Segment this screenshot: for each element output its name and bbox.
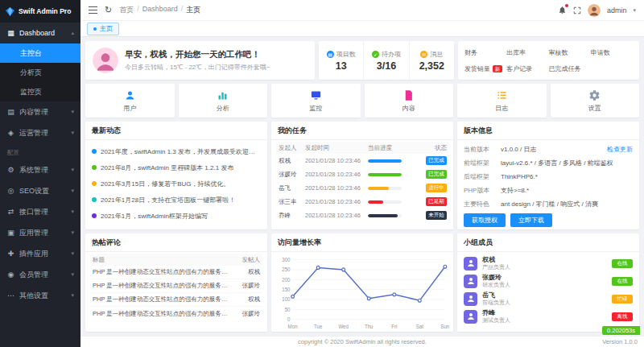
sidebar-item-label: SEO设置 [19,186,49,196]
download-button[interactable]: 立即下载 [510,213,552,227]
comment-row[interactable]: PHP 是一种创建动态交互性站点的强有力的服务器端脚本语言 张媛玲 [90,279,262,293]
quick-link[interactable]: 客户记录 [506,64,548,73]
team-member[interactable]: 乔峰测试负责人 离线 [464,308,633,325]
shortcut-users[interactable]: 用户 [85,84,175,118]
sidebar-item-label: 应用管理 [19,228,48,238]
sidebar: Swift Admin Pro ▦ Dashboard ▴ 主控台 分析页 监控… [0,0,80,347]
comment-title: PHP 是一种创建动态交互性站点的强有力的服务器端脚本语言 [90,310,235,318]
stat-projects: ▤项目数 13 [319,41,364,80]
chevron-down-icon: ▾ [71,109,74,115]
breadcrumb-section[interactable]: Dashboard [142,5,178,15]
breadcrumb-home[interactable]: 首页 [119,5,134,15]
shortcut-logs[interactable]: 日志 [457,84,547,118]
welcome-title: 早安，权栈，开始您一天的工作吧！ [125,49,270,60]
svg-text:50: 50 [285,307,291,312]
version-label: 主要特色 [464,200,501,209]
stat-value: 3/16 [377,60,396,72]
status-badge: 已完成 [426,156,447,165]
main-area: ↻ 首页 / Dashboard / 主页 admin [80,0,644,347]
sidebar-item-console[interactable]: 主控台 [0,43,80,63]
chevron-down-icon: ▾ [71,250,74,257]
team-member[interactable]: 张媛玲研发负责人 在线 [464,272,633,290]
visits-chart-card: 访问量增长率 050100150200250300MonTueWedThuFri… [271,233,453,332]
dashboard-icon: ▦ [6,29,15,37]
render-time-badge: 0.202053s [602,326,640,335]
ellipsis-icon: ⋯ [6,291,15,299]
app-logo[interactable]: Swift Admin Pro [0,0,80,23]
fullscreen-icon[interactable] [573,6,581,14]
quick-link[interactable]: 已完成任务 [549,64,591,73]
sidebar-item-api-mgmt[interactable]: ⇄ 接口管理 ▾ [0,201,80,222]
shortcut-label: 设置 [588,104,601,113]
task-progress-bar [368,187,402,190]
status-badge: 进行中 [426,184,447,192]
comment-author: 张媛玲 [235,310,262,318]
sidebar-item-other-settings[interactable]: ⋯ 其他设置 ▾ [0,285,80,306]
quick-link[interactable]: 申请数 [591,48,633,57]
comment-row[interactable]: PHP 是一种创建动态交互性站点的强有力的服务器端脚本语言 张媛玲 [90,307,262,320]
member-icon: ◉ [6,271,15,279]
member-avatar [464,257,477,271]
team-member[interactable]: 权栈产品负责人 在线 [464,254,633,272]
sidebar-item-seo-settings[interactable]: ◎ SEO设置 ▾ [0,180,80,201]
gear-icon: ⚙ [6,166,15,174]
task-row[interactable]: 岳飞 2021/01/28 10:23:46 进行中 [276,181,448,195]
card-title: 热帖评论 [85,233,267,252]
news-item[interactable]: 2021年8月，swiftAdmin 里程碑版本 1.2.1 发布 [92,159,261,176]
logo-diamond-icon [5,6,15,17]
status-badge: 已完成 [426,170,447,179]
quick-link[interactable]: 出库率 [506,48,548,57]
sidebar-item-app-mgmt[interactable]: ▣ 应用管理 ▾ [0,222,80,243]
task-row[interactable]: 张三丰 2021/01/28 10:23:46 已延期 [276,195,448,209]
shortcut-monitor[interactable]: 监控 [271,84,361,118]
chevron-down-icon: ▾ [633,7,636,14]
user-avatar[interactable] [588,4,601,17]
news-item[interactable]: 2021年1月，swiftAdmin框架开始编写 [92,208,261,224]
username[interactable]: admin [607,6,627,14]
sidebar-item-content-mgmt[interactable]: ▤ 内容管理 ▾ [0,101,80,122]
comment-row[interactable]: PHP 是一种创建动态交互性站点的强有力的服务器端脚本语言 权栈 [90,266,262,279]
quick-link-label: 审核数 [549,48,568,57]
news-item[interactable]: 2021年度，swiftAdmin 1.3 发布，并发展成最受欢迎的极速开发框架… [92,143,261,159]
tab-home[interactable]: 主页 [87,23,119,35]
breadcrumb: 首页 / Dashboard / 主页 [119,5,200,15]
sidebar-item-analysis-page[interactable]: 分析页 [0,63,80,82]
refresh-icon[interactable]: ↻ [105,5,112,15]
document-icon: ▤ [6,108,15,116]
sidebar-item-members[interactable]: ◉ 会员管理 ▾ [0,264,80,285]
sidebar-item-dashboard[interactable]: ▦ Dashboard ▴ [0,23,80,43]
check-update-link[interactable]: 检查更新 [607,145,633,154]
column-header: 发起时间 [305,144,368,152]
notifications-bell-icon[interactable] [558,6,567,14]
quick-link[interactable]: 审核数 [549,48,591,57]
chevron-down-icon: ▾ [71,229,74,236]
shortcut-content[interactable]: 内容 [365,84,454,118]
projects-icon: ▤ [327,51,334,58]
quick-link[interactable]: 发货销量新 [464,64,506,73]
sidebar-item-monitor-page[interactable]: 监控页 [0,82,80,101]
team-member[interactable]: 岳飞前端负责人 忙碌 [464,290,633,308]
task-row[interactable]: 权栈 2021/01/28 10:23:46 已完成 [276,154,448,167]
sidebar-item-plugins[interactable]: ✚ 插件应用 ▾ [0,243,80,264]
news-item[interactable]: 2021年1月28日，支持在宝塔面板一键部署啦！ [92,192,261,208]
task-row[interactable]: 乔峰 2021/01/28 10:23:46 未开始 [276,209,448,222]
member-avatar [464,275,477,288]
task-row[interactable]: 张媛玲 2021/01/28 10:23:46 已完成 [276,167,448,181]
line-chart-svg: 050100150200250300MonTueWedThuFriSatSun [275,254,450,332]
sidebar-item-operation-mgmt[interactable]: ◈ 运营管理 ▾ [0,122,80,143]
tab-label: 主页 [100,24,113,33]
shortcut-analysis[interactable]: 分析 [179,84,268,118]
comments-table-header: 标题 发帖人 [90,254,262,266]
menu-collapse-icon[interactable] [89,6,97,14]
news-item[interactable]: 2021年3月15日，修复若干BUG，持续优化。 [92,176,261,192]
quick-link[interactable]: 财务 [464,48,506,57]
chevron-down-icon: ▾ [71,130,74,136]
shortcut-label: 监控 [309,104,322,113]
comment-row[interactable]: PHP 是一种创建动态交互性站点的强有力的服务器端脚本语言 权栈 [90,293,262,307]
get-license-button[interactable]: 获取授权 [464,213,506,227]
shortcut-settings[interactable]: 设置 [551,84,640,118]
shortcut-label: 用户 [123,104,136,113]
sidebar-item-system-mgmt[interactable]: ⚙ 系统管理 ▾ [0,159,80,180]
card-title: 最新动态 [85,122,267,140]
comment-author: 权栈 [235,295,262,304]
